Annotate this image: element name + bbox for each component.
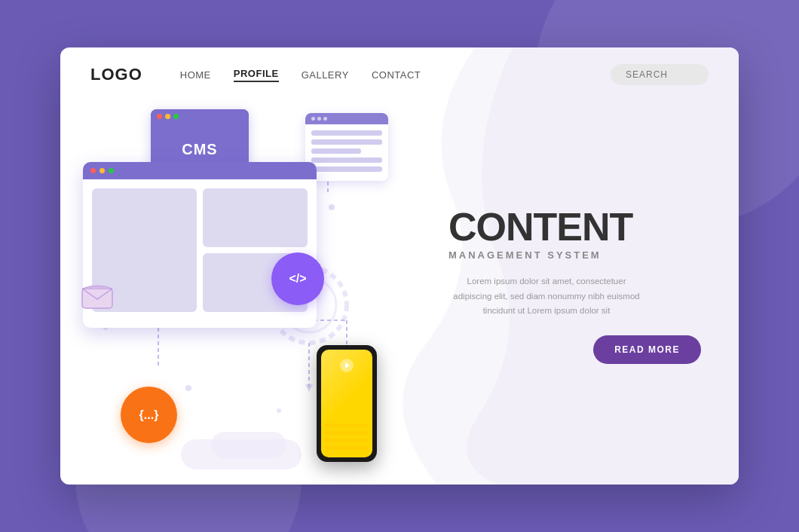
svg-point-16 xyxy=(329,204,335,210)
navbar: LOGO HOME PROFILE GALLERY CONTACT xyxy=(60,47,739,102)
doc-dot-2 xyxy=(317,117,321,121)
nav-links: HOME PROFILE GALLERY CONTACT xyxy=(180,68,611,82)
code-label: </> xyxy=(289,272,306,286)
doc-titlebar xyxy=(305,113,388,124)
dot-yellow xyxy=(99,168,105,173)
nav-contact[interactable]: CONTACT xyxy=(372,69,421,81)
phone-line xyxy=(325,423,369,427)
doc-line xyxy=(311,167,382,172)
braces-label: {...} xyxy=(139,408,159,422)
dot-red xyxy=(157,114,162,119)
doc-line xyxy=(311,130,382,136)
sub-heading: MANAGEMENT SYSTEM xyxy=(448,249,709,261)
main-content: CMS xyxy=(60,102,739,485)
svg-marker-10 xyxy=(305,384,313,392)
cloud-shape-1 xyxy=(181,439,302,469)
nav-profile[interactable]: PROFILE xyxy=(234,68,279,82)
code-icon-circle: </> xyxy=(271,252,324,305)
doc-lines xyxy=(305,124,388,178)
dot-green xyxy=(173,114,179,119)
phone-mockup xyxy=(317,345,377,462)
phone-line xyxy=(325,431,369,435)
phone-line xyxy=(325,439,369,442)
read-more-button[interactable]: READ MORE xyxy=(593,335,701,364)
main-card: LOGO HOME PROFILE GALLERY CONTACT xyxy=(60,47,739,485)
nav-gallery[interactable]: GALLERY xyxy=(302,69,349,81)
description-text: Lorem ipsum dolor sit amet, consectetuer… xyxy=(448,274,644,319)
nav-home[interactable]: HOME xyxy=(180,69,211,81)
dot-green xyxy=(109,168,114,173)
main-heading: CONTENT xyxy=(448,207,709,246)
doc-dot-3 xyxy=(323,117,327,121)
doc-line xyxy=(311,148,361,154)
mail-icon xyxy=(81,283,113,312)
dot-yellow xyxy=(165,114,170,119)
braces-icon-circle: {...} xyxy=(121,387,177,443)
search-input[interactable] xyxy=(611,64,709,85)
main-titlebar xyxy=(83,162,317,179)
phone-screen xyxy=(321,350,372,457)
doc-dot-1 xyxy=(311,117,315,121)
doc-window xyxy=(305,113,388,181)
phone-lines xyxy=(321,412,372,457)
grid-cell-top-right xyxy=(203,188,308,247)
dot-red xyxy=(90,168,96,173)
doc-line xyxy=(311,139,382,145)
text-area: CONTENT MANAGEMENT SYSTEM Lorem ipsum do… xyxy=(433,102,739,485)
illustration-area: CMS xyxy=(60,102,433,485)
doc-line xyxy=(311,157,382,163)
cloud-shape-2 xyxy=(211,432,286,458)
svg-point-15 xyxy=(277,408,281,413)
main-browser-window xyxy=(83,162,317,328)
logo: LOGO xyxy=(90,65,142,84)
svg-point-14 xyxy=(185,385,191,391)
cms-titlebar xyxy=(151,109,249,124)
phone-line xyxy=(325,446,369,450)
